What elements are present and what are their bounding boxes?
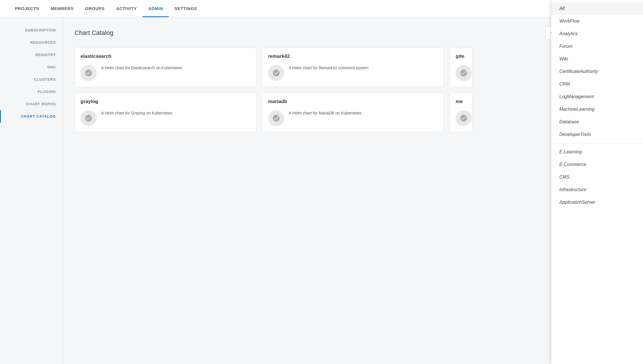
sidebar-item-clusters[interactable]: CLUSTERS	[0, 73, 63, 86]
nav-item-members[interactable]: MEMBERS	[45, 0, 79, 17]
sidebar: SUBSCRIPTION RESOURCES REGISTRY DNS CLUS…	[0, 17, 63, 364]
main-header: Chart Catalog	[75, 26, 632, 39]
chart-icon-remark42	[268, 65, 284, 81]
dropdown-item-applicationserver[interactable]: ApplicationServer	[551, 196, 643, 209]
chart-icon-mariadb	[268, 110, 284, 126]
chart-title-elasticsearch: elasticsearch	[81, 54, 250, 59]
chart-card-mariadb[interactable]: mariadb A Helm chart for MariaDB on Kube…	[262, 93, 444, 132]
sidebar-item-subscription[interactable]: SUBSCRIPTION	[0, 24, 63, 36]
dropdown-divider	[551, 143, 643, 143]
dropdown-item-workflow[interactable]: WorkFlow	[551, 15, 643, 27]
chart-card-remark42[interactable]: remark42 A Helm chart for Remark42 comme…	[262, 48, 444, 87]
dropdown-item-all[interactable]: All	[551, 2, 643, 15]
dropdown-item-logmanagement[interactable]: LogManagement	[551, 90, 643, 103]
chart-body-mariadb: A Helm chart for MariaDB on Kubernetes	[268, 110, 438, 126]
sidebar-item-registry[interactable]: REGISTRY	[0, 49, 63, 61]
nav-item-admin[interactable]: ADMIN	[142, 0, 169, 17]
chart-icon-elasticsearch	[81, 65, 97, 81]
dropdown-item-database[interactable]: Database	[551, 116, 643, 128]
chart-card-gite[interactable]: gite	[450, 48, 473, 87]
dropdown-item-infrastructure[interactable]: Infrastructure	[551, 183, 643, 196]
chart-title-remark42: remark42	[268, 54, 438, 59]
top-nav: PROJECTS MEMBERS GROUPS ACTIVITY ADMIN S…	[0, 0, 643, 17]
chart-icon-graylog	[81, 110, 97, 126]
chart-icon-me	[456, 110, 472, 126]
nav-item-activity[interactable]: ACTIVITY	[110, 0, 142, 17]
dropdown-item-analytics[interactable]: Analytics	[551, 27, 643, 40]
dropdown-item-machinelearning[interactable]: MachineLearning	[551, 103, 643, 116]
sidebar-item-resources[interactable]: RESOURCES	[0, 36, 63, 49]
dropdown-item-cms[interactable]: CMS	[551, 171, 643, 183]
page-title: Chart Catalog	[75, 29, 113, 37]
chart-desc-elasticsearch: A Helm chart for Elasticsearch on Kubern…	[101, 65, 182, 71]
nav-item-settings[interactable]: SETTINGS	[169, 0, 203, 17]
chart-desc-remark42: A Helm chart for Remark42 comment system	[289, 65, 369, 71]
dropdown-item-ecommerce[interactable]: E-Commerce	[551, 158, 643, 171]
chart-body-gite	[456, 65, 466, 81]
chart-body-me	[456, 110, 466, 126]
chart-card-elasticsearch[interactable]: elasticsearch A Helm chart for Elasticse…	[75, 48, 256, 87]
chart-desc-mariadb: A Helm chart for MariaDB on Kubernetes	[289, 110, 362, 116]
chart-body-remark42: A Helm chart for Remark42 comment system	[268, 65, 438, 81]
chart-icon-gite	[456, 65, 472, 81]
chart-grid: elasticsearch A Helm chart for Elasticse…	[75, 48, 632, 132]
chart-body-graylog: A Helm chart for Graylog on Kubernetes	[81, 110, 250, 126]
chart-card-graylog[interactable]: graylog A Helm chart for Graylog on Kube…	[75, 93, 256, 132]
nav-item-projects[interactable]: PROJECTS	[9, 0, 45, 17]
main-layout: SUBSCRIPTION RESOURCES REGISTRY DNS CLUS…	[0, 17, 643, 364]
chart-title-mariadb: mariadb	[268, 99, 438, 104]
chart-title-graylog: graylog	[81, 99, 250, 104]
chart-title-gite: gite	[456, 54, 466, 59]
chart-desc-graylog: A Helm chart for Graylog on Kubernetes	[101, 110, 172, 116]
dropdown-item-developertools[interactable]: DeveloperTools	[551, 128, 643, 141]
nav-item-groups[interactable]: GROUPS	[79, 0, 110, 17]
dropdown-item-elearning[interactable]: E-Learning	[551, 146, 643, 158]
chart-body-elasticsearch: A Helm chart for Elasticsearch on Kubern…	[81, 65, 250, 81]
sidebar-item-dns[interactable]: DNS	[0, 61, 63, 73]
dropdown-item-forum[interactable]: Forum	[551, 40, 643, 53]
dropdown-item-crm[interactable]: CRM	[551, 78, 643, 90]
dropdown-item-wiki[interactable]: Wiki	[551, 53, 643, 65]
sidebar-item-chart-catalog[interactable]: CHART CATALOG	[0, 110, 63, 122]
dropdown-item-certificateauthority[interactable]: CertificateAuthority	[551, 65, 643, 78]
category-dropdown: All WorkFlow Analytics Forum Wiki Certif…	[551, 0, 643, 364]
chart-title-me: me	[456, 99, 466, 104]
sidebar-item-chart-repos[interactable]: CHART REPOS	[0, 98, 63, 110]
chart-card-me[interactable]: me	[450, 93, 473, 132]
sidebar-item-plugins[interactable]: PLUGINS	[0, 86, 63, 98]
